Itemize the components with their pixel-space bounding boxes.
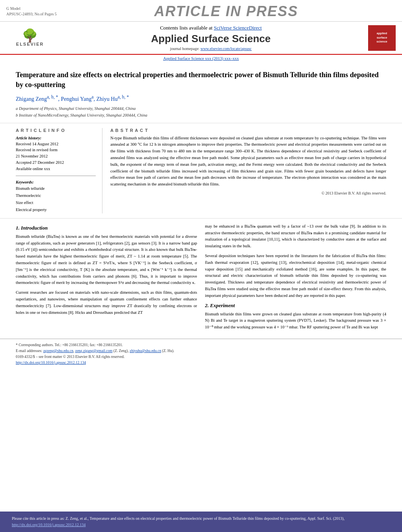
homepage-url[interactable]: www.elsevier.com/locate/apsusc [201,46,252,51]
keyword4: Electrical property [16,206,96,213]
page: G Model APSUSC-24893; No.of Pages 5 ARTI… [0,0,402,532]
affil-b: b Institute of NanoMicroEnergy, Shanghai… [16,112,386,119]
doi-url[interactable]: http://dx.doi.org/10.1016/j.apsusc.2012.… [16,361,86,365]
applied-surface-logo: applied surface science [368,25,396,51]
applied-surface-logo-text: applied surface science [376,32,387,44]
elsevier-logo-area: 🌳 ELSEVIER [6,29,54,46]
body-right-column: may be enhanced in a Bi₂Te₃ quantum well… [205,223,386,334]
footer-link[interactable]: http://dx.doi.org/10.1016/j.apsusc.2012.… [12,523,86,527]
section1-right-para1: may be enhanced in a Bi₂Te₃ quantum well… [205,223,386,250]
abstract-text: N-type Bismuth telluride thin films of d… [110,135,386,188]
sciverse-contents: Contents lists available at SciVerse Sci… [54,25,368,31]
body-content: 1. Introduction Bismuth telluride (Bi₂Te… [0,219,402,339]
section1-heading: 1. Introduction [16,225,197,231]
keywords-list: Bismuth telluride Thermoelectric Size ef… [16,185,96,213]
footer-bar: Please cite this article in press as: Z.… [0,512,402,532]
section1-right-para2: Several deposition techniques have been … [205,253,386,299]
journal-center: Contents lists available at SciVerse Sci… [54,25,368,51]
journal-name: Applied Surface Science [54,33,368,45]
section2-para: Bismuth telluride thin films were grown … [205,311,386,331]
copyright: © 2013 Elsevier B.V. All rights reserved… [110,191,386,195]
tree-icon: 🌳 [16,29,44,42]
keyword3: Size effect [16,199,96,206]
journal-header: 🌳 ELSEVIER Contents lists available at S… [0,22,402,55]
history-label: Article history: [16,136,96,140]
info-abstract-section: A R T I C L E I N F O Article history: R… [0,123,402,219]
keyword2: Thermoelectric [16,192,96,199]
sciverse-link[interactable]: SciVerse ScienceDirect [214,25,262,31]
contents-text: Contents lists available at [160,25,212,31]
email3[interactable]: zhiyuhu@shu.edu.cn [130,349,161,353]
keyword1: Bismuth telluride [16,185,96,192]
article-in-press-banner: ARTICLE IN PRESS [57,3,396,20]
article-info-title: A R T I C L E I N F O [16,128,96,133]
citation-top: Applied Surface Science xxx (2013) xxx–x… [0,55,402,62]
abstract-title: A B S T R A C T [110,128,386,133]
divider [16,176,96,176]
abstract-section: A B S T R A C T N-type Bismuth telluride… [110,128,386,213]
footer-text: Please cite this article in press as: Z.… [12,516,344,521]
homepage-label: journal homepage: [170,46,199,51]
received-text: Received 14 August 2012 [16,141,96,147]
header-top: G Model APSUSC-24893; No.of Pages 5 ARTI… [0,0,402,22]
author3-sup: a, b, * [117,95,129,100]
revised-date: 21 November 2012 [16,153,96,159]
model-info: G Model APSUSC-24893; No.of Pages 5 [6,6,57,17]
section1-para1: Bismuth telluride (Bi₂Te₃) is known as o… [16,234,197,286]
journal-homepage-line: journal homepage: www.elsevier.com/locat… [54,46,368,51]
author3-name: , Zhiyu Hu [93,96,117,102]
revised-label: Received in revised form [16,147,96,153]
author1-sup: a, b, * [47,95,58,100]
online-text: Available online xxx [16,166,96,172]
email2[interactable]: zeng.zigang@gmail.com [75,349,113,353]
article-title: Temperature and size effects on electric… [16,70,386,90]
article-info: A R T I C L E I N F O Article history: R… [16,128,102,213]
email-line: E-mail addresses: zgzeng@shu.edu.cn, zen… [16,348,386,354]
corresponding-line: * Corresponding authors. Tel.: +86 21661… [16,342,386,348]
doi-url-line: http://dx.doi.org/10.1016/j.apsusc.2012.… [16,360,386,366]
author2: (Z. Hu). [161,349,174,353]
email-label: E-mail addresses: [16,349,42,353]
article-title-section: Temperature and size effects on electric… [0,62,402,123]
accepted-text: Accepted 27 December 2012 [16,159,96,166]
affil-a: a Department of Physics, Shanghai Univer… [16,106,386,112]
email1[interactable]: zgzeng@shu.edu.cn [43,349,73,353]
model-line2: APSUSC-24893; No.of Pages 5 [6,11,57,17]
elsevier-label: ELSEVIER [16,42,44,46]
model-line1: G Model [6,6,57,11]
footnotes-area: * Corresponding authors. Tel.: +86 21661… [0,339,402,369]
elsevier-logo: 🌳 ELSEVIER [16,29,44,46]
section1-para2: Current researches are focused on materi… [16,289,197,316]
doi-line: 0169-4332/$ – see front matter © 2013 El… [16,354,386,360]
affiliations: a Department of Physics, Shanghai Univer… [16,106,386,119]
section2-heading: 2. Experiment [205,302,386,309]
author1: (Z. Zeng), [112,349,128,353]
body-left-column: 1. Introduction Bismuth telluride (Bi₂Te… [16,223,197,334]
authors-line: Zhigang Zenga, b, *, Penghui Yanga, Zhiy… [16,95,386,102]
author1-name: Zhigang Zeng [16,96,47,102]
author2-name: , Penghui Yang [58,96,91,102]
keywords-label: Keywords: [16,180,96,184]
